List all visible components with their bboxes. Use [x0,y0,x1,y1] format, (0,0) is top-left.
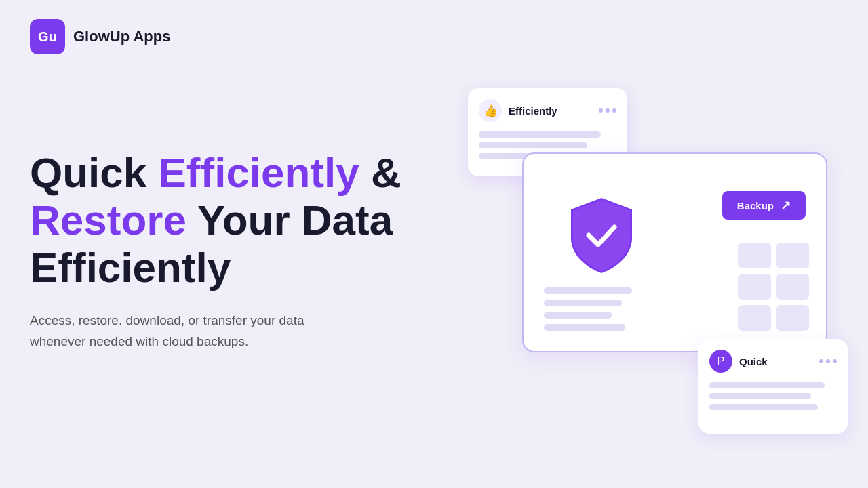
cursor-icon: ↗ [781,198,791,213]
card-dots [599,108,616,113]
dot3 [612,108,616,113]
bar2 [544,300,622,306]
qline2 [709,393,811,399]
card-quick-header: P Quick [709,350,837,373]
hero-headline: Quick Efficiently &Restore Your DataEffi… [30,149,401,291]
card-quick: P Quick [698,339,848,434]
quick-card-lines [709,382,837,410]
qdot1 [819,359,823,363]
card-efficiently-header: 👍 Efficiently [479,99,616,122]
illustration-area: 👍 Efficiently Backup [468,88,848,434]
dot2 [606,108,610,113]
line-bars [544,287,632,331]
hero-subtext: Access, restore. download, or transfer y… [30,310,328,352]
quick-icon: P [709,350,732,373]
backup-button-label: Backup [737,200,774,211]
tile4 [776,274,809,300]
logo-box: Gu [30,19,65,54]
bar1 [544,287,632,294]
qline1 [709,382,825,388]
thumbs-up-icon: 👍 [479,99,502,122]
tile1 [738,243,771,268]
shield-area [557,188,646,283]
qdot2 [826,359,830,363]
shield-icon [564,195,639,276]
tile5 [738,305,771,331]
bar4 [544,324,625,331]
brand-name: GlowUp Apps [73,28,170,45]
header: Gu GlowUp Apps [30,19,170,54]
tile3 [738,274,771,300]
backup-button[interactable]: Backup ↗ [722,191,806,220]
tile6 [776,305,809,331]
qdot3 [833,359,837,363]
logo-initials: Gu [38,30,57,43]
bar3 [544,312,612,319]
line1 [479,131,601,138]
quick-card-dots [819,359,837,363]
grid-tiles [738,243,809,331]
headline-highlight1: Efficiently [159,149,359,196]
headline-restore: Restore [30,197,186,243]
main-card: Backup ↗ [522,152,827,352]
headline-part2: & [359,149,401,196]
card-efficiently-title: Efficiently [509,105,592,117]
dot1 [599,108,603,113]
card-quick-title: Quick [739,356,812,367]
headline-part1: Quick [30,149,159,196]
hero-section: Quick Efficiently &Restore Your DataEffi… [30,149,401,352]
qline3 [709,404,818,410]
line2 [479,142,587,148]
tile2 [776,243,809,268]
